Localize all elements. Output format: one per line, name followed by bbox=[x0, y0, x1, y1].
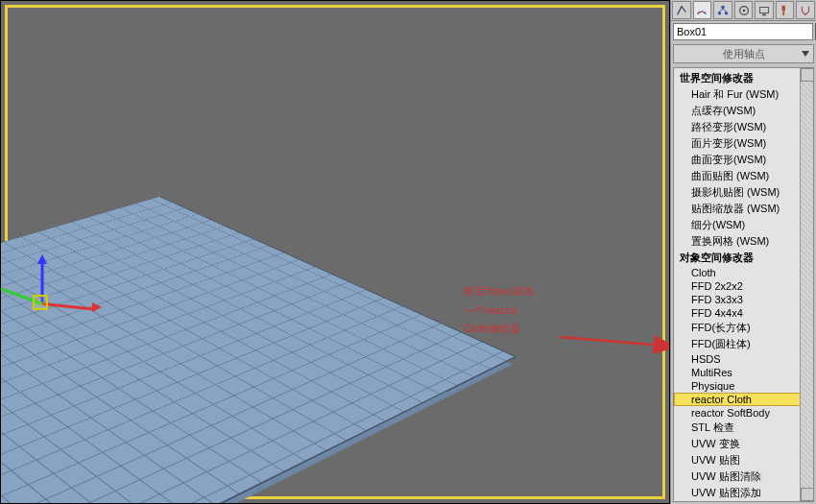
transform-gizmo[interactable] bbox=[33, 252, 119, 339]
create-tab[interactable] bbox=[672, 1, 691, 19]
scroll-down-button[interactable] bbox=[801, 488, 814, 501]
modifier-item[interactable]: FFD(长方体) bbox=[674, 320, 813, 336]
modifier-item[interactable]: Physique bbox=[674, 379, 813, 393]
svg-point-3 bbox=[725, 11, 729, 14]
svg-point-1 bbox=[721, 5, 725, 9]
svg-point-2 bbox=[718, 11, 722, 14]
modifier-item[interactable]: FFD 4x4x4 bbox=[674, 306, 813, 320]
axis-z-cap bbox=[37, 254, 47, 264]
motion-tab[interactable] bbox=[734, 1, 754, 19]
modifier-group-header: 世界空间修改器 bbox=[674, 70, 813, 86]
modifier-item[interactable]: UVW 变换 bbox=[674, 436, 813, 452]
grid-plane[interactable] bbox=[0, 197, 514, 504]
perspective-viewport[interactable]: 然后为box添加 一个reactor Cloth修改器 bbox=[0, 0, 670, 504]
object-name-row bbox=[671, 21, 816, 42]
gizmo-xy-plane[interactable] bbox=[33, 295, 48, 310]
modifier-item[interactable]: UVW 贴图添加 bbox=[674, 485, 813, 501]
modifier-item[interactable]: reactor Cloth bbox=[674, 393, 813, 406]
modifier-item[interactable]: Cloth bbox=[674, 266, 813, 279]
modifier-group-header: 对象空间修改器 bbox=[674, 250, 813, 266]
modifier-item[interactable]: reactor SoftBody bbox=[674, 406, 813, 420]
axis-x[interactable] bbox=[42, 302, 96, 311]
modifier-item[interactable]: 点缓存(WSM) bbox=[674, 103, 813, 119]
modifier-list-dropdown[interactable]: 使用轴点 bbox=[673, 44, 814, 63]
modifier-item[interactable]: FFD 2x2x2 bbox=[674, 279, 813, 293]
modifier-item[interactable]: STL 检查 bbox=[674, 420, 813, 436]
modifier-item[interactable]: MultiRes bbox=[674, 366, 813, 379]
tutorial-annotation: 然后为box添加 一个reactor Cloth修改器 bbox=[464, 281, 534, 338]
svg-rect-6 bbox=[760, 7, 769, 12]
modifier-item[interactable]: 贴图缩放器 (WSM) bbox=[674, 201, 813, 217]
modifier-dropdown-label: 使用轴点 bbox=[723, 47, 765, 61]
modifier-item[interactable]: FFD(圆柱体) bbox=[674, 336, 813, 352]
modifier-item[interactable]: 细分(WSM) bbox=[674, 217, 813, 233]
svg-point-5 bbox=[742, 9, 745, 12]
modifier-item[interactable]: Hair 和 Fur (WSM) bbox=[674, 86, 813, 103]
modifier-item[interactable]: FFD 3x3x3 bbox=[674, 293, 813, 306]
modifier-item[interactable]: UVW 贴图 bbox=[674, 452, 813, 468]
extra-tab[interactable] bbox=[796, 1, 815, 19]
viewport-active-border: 然后为box添加 一个reactor Cloth修改器 bbox=[5, 5, 665, 499]
list-scrollbar[interactable] bbox=[800, 68, 813, 501]
svg-rect-9 bbox=[782, 11, 784, 15]
modifier-item[interactable]: UVW 贴图清除 bbox=[674, 468, 813, 485]
hierarchy-tab[interactable] bbox=[713, 1, 732, 19]
utilities-tab[interactable] bbox=[776, 1, 795, 19]
modifier-item[interactable]: 曲面贴图 (WSM) bbox=[674, 168, 813, 184]
modifier-item[interactable]: 路径变形(WSM) bbox=[674, 119, 813, 135]
modifier-item[interactable]: 置换网格 (WSM) bbox=[674, 233, 813, 250]
svg-rect-7 bbox=[762, 13, 766, 15]
modifier-item[interactable]: 曲面变形(WSM) bbox=[674, 152, 813, 168]
modifier-item[interactable]: 摄影机贴图 (WSM) bbox=[674, 184, 813, 201]
modify-tab[interactable] bbox=[693, 1, 712, 19]
annotation-line: Cloth修改器 bbox=[464, 323, 520, 334]
modifier-item[interactable]: UVW 展开 bbox=[674, 501, 813, 502]
annotation-line: 一个reactor bbox=[464, 304, 517, 316]
command-panel-tabs bbox=[671, 0, 816, 21]
command-panel: 使用轴点 世界空间修改器Hair 和 Fur (WSM)点缓存(WSM)路径变形… bbox=[670, 0, 816, 504]
svg-line-0 bbox=[560, 337, 670, 347]
scroll-up-button[interactable] bbox=[801, 68, 814, 82]
modifier-list[interactable]: 世界空间修改器Hair 和 Fur (WSM)点缓存(WSM)路径变形(WSM)… bbox=[673, 67, 814, 502]
object-name-input[interactable] bbox=[673, 23, 813, 40]
annotation-arrow bbox=[560, 329, 670, 368]
modifier-item[interactable]: HSDS bbox=[674, 352, 813, 366]
axis-x-cap bbox=[92, 302, 102, 312]
display-tab[interactable] bbox=[755, 1, 774, 19]
annotation-line: 然后为box添加 bbox=[464, 285, 534, 297]
modifier-item[interactable]: 面片变形(WSM) bbox=[674, 135, 813, 152]
svg-rect-8 bbox=[781, 5, 785, 10]
